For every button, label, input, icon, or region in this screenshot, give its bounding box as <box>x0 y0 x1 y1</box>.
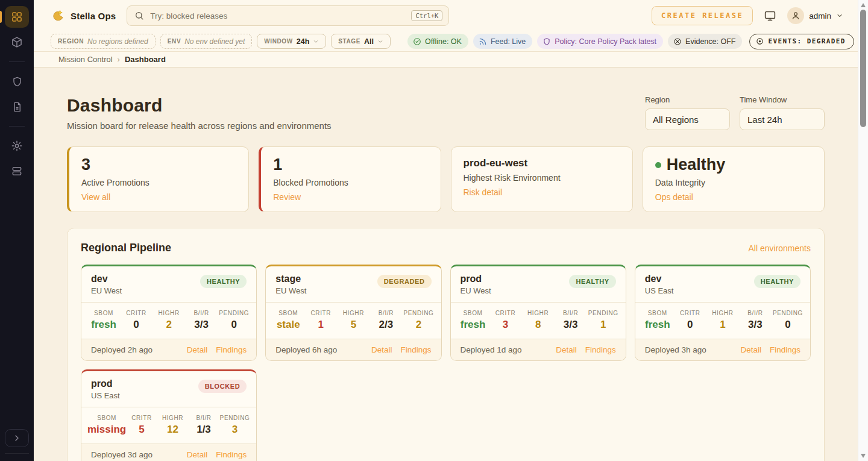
metric-value: 0 <box>120 319 153 331</box>
events-status-pill[interactable]: EVENTS: DEGRADED <box>749 34 854 49</box>
breadcrumb: Mission Control › Dashboard <box>34 52 858 67</box>
metric-bir: B/I/R 3/3 <box>555 310 587 331</box>
active-nav-indicator <box>0 11 2 23</box>
metric-label: PENDING <box>587 310 620 316</box>
rss-icon <box>479 37 487 46</box>
status-badge: BLOCKED <box>198 380 247 393</box>
status-badge: HEALTHY <box>200 275 247 288</box>
metric-label: SBOM <box>272 310 304 316</box>
metric-value: 8 <box>522 319 555 331</box>
window-context-chip[interactable]: WINDOW 24h <box>257 34 326 49</box>
metric-critr: CRITR 0 <box>120 310 153 331</box>
time-window-select[interactable]: Last 24h <box>740 108 825 130</box>
chevron-right-icon <box>12 433 22 443</box>
environment-name: dev <box>91 274 122 284</box>
data-integrity-status: Healthy <box>667 156 726 174</box>
ops-detail-link[interactable]: Ops detail <box>655 192 693 202</box>
user-menu[interactable]: admin <box>787 7 843 24</box>
sidebar-expand-button[interactable] <box>5 429 29 447</box>
findings-link[interactable]: Findings <box>216 450 247 459</box>
view-all-link[interactable]: View all <box>81 192 110 202</box>
region-select[interactable]: All Regions <box>645 108 730 130</box>
policy-status-pill[interactable]: Policy: Core Policy Pack latest <box>537 34 663 49</box>
findings-link[interactable]: Findings <box>400 345 431 354</box>
sidebar-divider <box>5 453 29 454</box>
metric-critr: CRITR 0 <box>674 310 706 331</box>
all-environments-link[interactable]: All environments <box>749 243 811 253</box>
metric-value: 1 <box>706 319 739 331</box>
metric-value: missing <box>87 424 126 436</box>
sidebar-item-infrastructure[interactable] <box>5 160 29 182</box>
detail-link[interactable]: Detail <box>740 345 761 354</box>
metric-value: 2 <box>402 319 435 331</box>
create-release-button[interactable]: CREATE RELEASE <box>652 6 753 25</box>
metric-value: 5 <box>337 319 370 331</box>
user-name: admin <box>809 11 831 20</box>
sidebar <box>0 0 34 461</box>
risk-detail-link[interactable]: Risk detail <box>464 187 503 197</box>
display-mode-button[interactable] <box>764 10 776 22</box>
scroll-down-arrow[interactable] <box>861 454 866 458</box>
scroll-up-arrow[interactable] <box>861 3 866 7</box>
metric-value: 0 <box>218 319 250 331</box>
feed-status-text: Feed: Live <box>491 37 526 46</box>
stage-chip-value: All <box>364 37 374 46</box>
sidebar-item-releases[interactable] <box>5 31 29 53</box>
metric-label: CRITR <box>126 415 157 421</box>
metric-value: 1 <box>587 319 620 331</box>
offline-status-pill[interactable]: Offline: OK <box>407 34 468 49</box>
evidence-status-text: Evidence: OFF <box>685 37 735 46</box>
metric-label: B/I/R <box>370 310 402 316</box>
sidebar-item-security[interactable] <box>5 71 29 92</box>
detail-link[interactable]: Detail <box>371 345 392 354</box>
pipeline-card-prod-eu-west: prod EU West HEALTHY SBOM fresh CRITR 3 <box>450 265 626 361</box>
sidebar-item-settings[interactable] <box>5 135 29 157</box>
detail-link[interactable]: Detail <box>187 345 208 354</box>
window-chip-label: WINDOW <box>264 38 292 45</box>
review-link[interactable]: Review <box>273 192 301 202</box>
deployed-time: Deployed 3h ago <box>645 345 706 354</box>
package-icon <box>11 36 23 48</box>
search-input[interactable] <box>150 11 405 20</box>
metric-label: HIGHR <box>157 415 189 421</box>
metric-value: 3/3 <box>739 319 772 331</box>
data-integrity-label: Data Integrity <box>655 178 812 187</box>
deployed-time: Deployed 1d ago <box>461 345 522 354</box>
metric-highr: HIGHR 5 <box>337 310 370 331</box>
metric-label: HIGHR <box>337 310 370 316</box>
findings-link[interactable]: Findings <box>585 345 616 354</box>
comet-logo-icon <box>51 8 65 23</box>
scrollbar-thumb[interactable] <box>860 10 866 127</box>
global-search[interactable]: Ctrl+K <box>127 5 449 26</box>
findings-link[interactable]: Findings <box>216 345 247 354</box>
sidebar-item-documents[interactable] <box>5 96 29 118</box>
pipeline-card-dev-us-east: dev US East HEALTHY SBOM fresh CRITR 0 <box>635 265 811 361</box>
feed-status-pill[interactable]: Feed: Live <box>473 34 532 49</box>
metric-label: CRITR <box>304 310 337 316</box>
metric-label: B/I/R <box>188 415 219 421</box>
keyboard-shortcut-badge: Ctrl+K <box>411 10 442 21</box>
region-chip-label: REGION <box>58 38 84 45</box>
brand[interactable]: Stella Ops <box>51 8 116 23</box>
environment-region: US East <box>91 391 120 400</box>
stage-context-chip[interactable]: STAGE All <box>331 34 391 49</box>
env-context-chip[interactable]: ENV No env defined yet <box>160 34 252 49</box>
evidence-status-pill[interactable]: Evidence: OFF <box>668 34 742 49</box>
metric-sbom: SBOM stale <box>272 310 304 331</box>
avatar <box>787 7 804 24</box>
sidebar-item-dashboard[interactable] <box>5 6 29 28</box>
policy-shield-icon <box>542 37 551 46</box>
main-area: Stella Ops Ctrl+K CREATE RELEASE <box>34 0 858 461</box>
server-icon <box>11 165 23 177</box>
gear-icon <box>11 140 23 152</box>
detail-link[interactable]: Detail <box>556 345 577 354</box>
blocked-promotions-label: Blocked Promotions <box>273 178 428 187</box>
env-chip-label: ENV <box>168 38 181 45</box>
region-context-chip[interactable]: REGION No regions defined <box>51 34 156 49</box>
metric-bir: B/I/R 3/3 <box>185 310 218 331</box>
detail-link[interactable]: Detail <box>187 450 208 459</box>
environment-region: EU West <box>461 286 491 295</box>
metric-label: HIGHR <box>153 310 185 316</box>
breadcrumb-parent[interactable]: Mission Control <box>58 55 113 64</box>
findings-link[interactable]: Findings <box>770 345 800 354</box>
